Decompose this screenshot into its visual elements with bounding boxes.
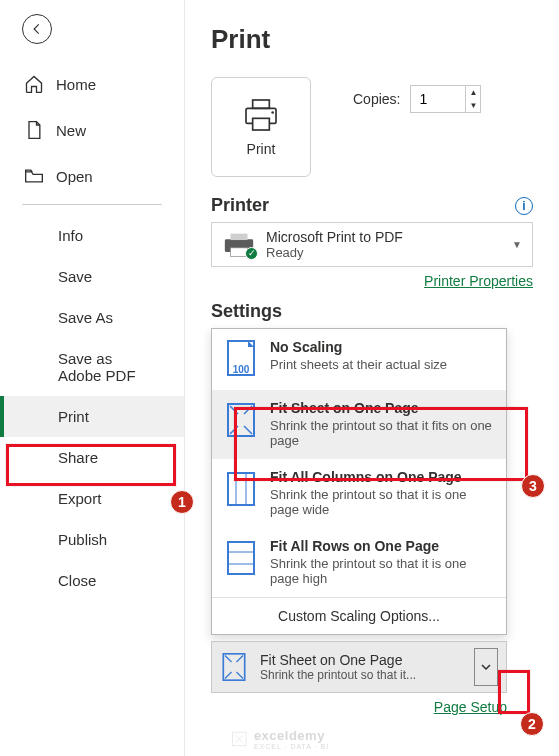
- info-icon[interactable]: i: [515, 197, 533, 215]
- nav-label: Open: [56, 168, 93, 185]
- scaling-dropdown-open: 100 No ScalingPrint sheets at their actu…: [211, 328, 507, 635]
- status-ok-icon: ✓: [245, 247, 258, 260]
- arrow-left-icon: [30, 22, 44, 36]
- home-icon: [24, 74, 44, 94]
- sidebar-item-export[interactable]: Export: [0, 478, 184, 519]
- fit-rows-icon: [224, 538, 258, 578]
- print-panel: Print Print Copies: ▲ ▼: [185, 0, 559, 756]
- back-button[interactable]: [22, 14, 52, 44]
- svg-rect-10: [228, 473, 254, 505]
- backstage-sidebar: Home New Open Info Save Save As Save as …: [0, 0, 185, 756]
- sidebar-item-save-as[interactable]: Save As: [0, 297, 184, 338]
- nav-home[interactable]: Home: [0, 66, 184, 102]
- file-icon: [24, 120, 44, 140]
- spin-up-icon[interactable]: ▲: [466, 86, 480, 99]
- printer-name: Microsoft Print to PDF: [266, 229, 403, 245]
- copies-stepper[interactable]: ▲ ▼: [410, 85, 481, 113]
- print-button-label: Print: [247, 141, 276, 157]
- spin-down-icon[interactable]: ▼: [466, 99, 480, 112]
- sidebar-item-save[interactable]: Save: [0, 256, 184, 297]
- page-title: Print: [211, 24, 533, 55]
- fit-columns-icon: [224, 469, 258, 509]
- option-fit-columns[interactable]: Fit All Columns on One PageShrink the pr…: [212, 459, 506, 528]
- svg-text:100: 100: [233, 364, 250, 375]
- svg-rect-1: [253, 100, 270, 108]
- chevron-down-icon: [481, 664, 491, 670]
- option-fit-rows[interactable]: Fit All Rows on One PageShrink the print…: [212, 528, 506, 597]
- page-100-icon: 100: [224, 339, 258, 379]
- svg-rect-5: [231, 233, 248, 239]
- sidebar-item-info[interactable]: Info: [0, 215, 184, 256]
- printer-icon: [241, 97, 281, 133]
- printer-status: Ready: [266, 245, 403, 260]
- printer-selector[interactable]: ✓ Microsoft Print to PDF Ready ▼: [211, 222, 533, 267]
- nav-label: Home: [56, 76, 96, 93]
- print-button[interactable]: Print: [211, 77, 311, 177]
- copies-input[interactable]: [411, 86, 465, 112]
- fit-sheet-icon: [220, 650, 248, 684]
- settings-heading: Settings: [211, 301, 282, 322]
- svg-point-3: [271, 111, 274, 114]
- chevron-down-icon: ▼: [512, 239, 522, 250]
- custom-scaling-option[interactable]: Custom Scaling Options...: [212, 597, 506, 634]
- printer-properties-link[interactable]: Printer Properties: [424, 273, 533, 289]
- sidebar-item-print[interactable]: Print: [0, 396, 184, 437]
- scaling-caret[interactable]: [474, 648, 498, 686]
- nav-label: New: [56, 122, 86, 139]
- divider: [22, 204, 162, 205]
- printer-heading: Printer: [211, 195, 269, 216]
- sidebar-item-publish[interactable]: Publish: [0, 519, 184, 560]
- sidebar-item-close[interactable]: Close: [0, 560, 184, 601]
- copies-label: Copies:: [353, 91, 400, 107]
- nav-open[interactable]: Open: [0, 158, 184, 194]
- fit-sheet-icon: [224, 400, 258, 440]
- scaling-selector[interactable]: Fit Sheet on One Page Shrink the printou…: [211, 641, 507, 693]
- folder-open-icon: [24, 166, 44, 186]
- option-fit-sheet[interactable]: Fit Sheet on One PageShrink the printout…: [212, 390, 506, 459]
- svg-rect-2: [253, 118, 270, 130]
- nav-new[interactable]: New: [0, 112, 184, 148]
- page-setup-link[interactable]: Page Setup: [434, 699, 507, 715]
- svg-rect-13: [228, 542, 254, 574]
- sidebar-item-save-adobe-pdf[interactable]: Save as Adobe PDF: [0, 338, 184, 396]
- sidebar-item-share[interactable]: Share: [0, 437, 184, 478]
- option-no-scaling[interactable]: 100 No ScalingPrint sheets at their actu…: [212, 329, 506, 390]
